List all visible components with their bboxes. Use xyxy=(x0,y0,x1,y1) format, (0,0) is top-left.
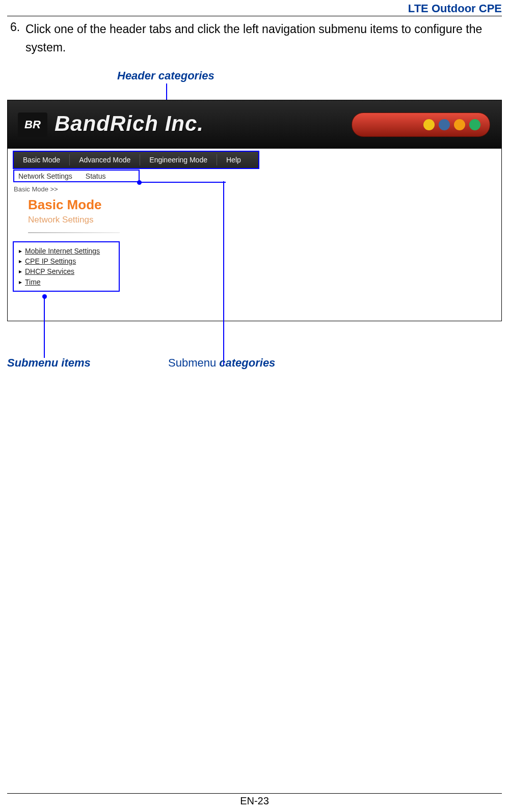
submenu-item-dhcp[interactable]: DHCP Services xyxy=(25,267,74,276)
submenu-items-panel: ▸ Mobile Internet Settings ▸ CPE IP Sett… xyxy=(13,241,120,292)
label-submenu-categories: Submenu categories xyxy=(168,356,275,370)
screenshot-topbar: BR BandRich Inc. xyxy=(8,100,501,149)
status-icon-warning xyxy=(454,119,465,130)
label-submenu-items: Submenu items xyxy=(7,356,91,370)
mode-panel: Basic Mode Network Settings xyxy=(28,197,155,236)
submenu-categories-nav: Network Settings Status xyxy=(13,170,140,182)
subtab-network-settings[interactable]: Network Settings xyxy=(18,172,72,180)
label-submenu-categories-prefix: Submenu xyxy=(168,356,219,369)
bullet-icon: ▸ xyxy=(19,278,22,287)
brand-logo-icon: BR xyxy=(18,113,47,137)
status-icon-signal xyxy=(423,119,435,130)
status-icon-ok xyxy=(469,119,480,130)
header-categories-nav: Basic Mode Advanced Mode Engineering Mod… xyxy=(13,151,259,169)
breadcrumb: Basic Mode >> xyxy=(14,185,58,193)
list-item[interactable]: ▸ Time xyxy=(19,277,114,287)
step-number: 6. xyxy=(10,20,20,34)
page-number: EN-23 xyxy=(0,795,509,807)
list-item[interactable]: ▸ DHCP Services xyxy=(19,267,114,276)
screenshot-figure: BR BandRich Inc. Basic Mode Advanced Mod… xyxy=(7,100,502,321)
status-pill-icons xyxy=(423,119,480,130)
mode-title: Basic Mode xyxy=(28,197,155,213)
tab-help[interactable]: Help xyxy=(217,152,250,168)
tab-engineering-mode[interactable]: Engineering Mode xyxy=(140,152,217,168)
submenu-item-time[interactable]: Time xyxy=(25,277,41,287)
list-item[interactable]: ▸ CPE IP Settings xyxy=(19,257,114,266)
status-icon-network xyxy=(439,119,450,130)
manual-page: LTE Outdoor CPE 6. Click one of the head… xyxy=(0,0,509,812)
top-rule xyxy=(7,16,502,16)
subtab-status[interactable]: Status xyxy=(86,172,106,180)
submenu-item-mobile-internet[interactable]: Mobile Internet Settings xyxy=(25,246,100,256)
leader-line-subcat-vert xyxy=(223,181,224,366)
leader-dot-subitems xyxy=(42,294,47,299)
doc-header-title: LTE Outdoor CPE xyxy=(408,2,502,15)
bullet-icon: ▸ xyxy=(19,268,22,276)
leader-line-subitems xyxy=(44,295,45,358)
submenu-item-cpe-ip[interactable]: CPE IP Settings xyxy=(25,257,76,266)
step-text: Click one of the header tabs and click t… xyxy=(25,20,494,57)
leader-dot-subcat xyxy=(137,180,142,185)
label-submenu-categories-bold: categories xyxy=(219,356,275,369)
mode-subtitle: Network Settings xyxy=(28,215,155,225)
label-header-categories: Header categories xyxy=(117,69,215,82)
tab-advanced-mode[interactable]: Advanced Mode xyxy=(70,152,140,168)
list-item[interactable]: ▸ Mobile Internet Settings xyxy=(19,246,114,256)
leader-line-subcat-horz xyxy=(140,182,226,183)
bullet-icon: ▸ xyxy=(19,258,22,266)
bullet-icon: ▸ xyxy=(19,247,22,256)
bottom-rule xyxy=(7,793,502,794)
brand-text: BandRich Inc. xyxy=(55,111,204,136)
tab-basic-mode[interactable]: Basic Mode xyxy=(14,152,69,168)
mode-rule xyxy=(28,232,120,233)
status-pill xyxy=(352,113,490,137)
